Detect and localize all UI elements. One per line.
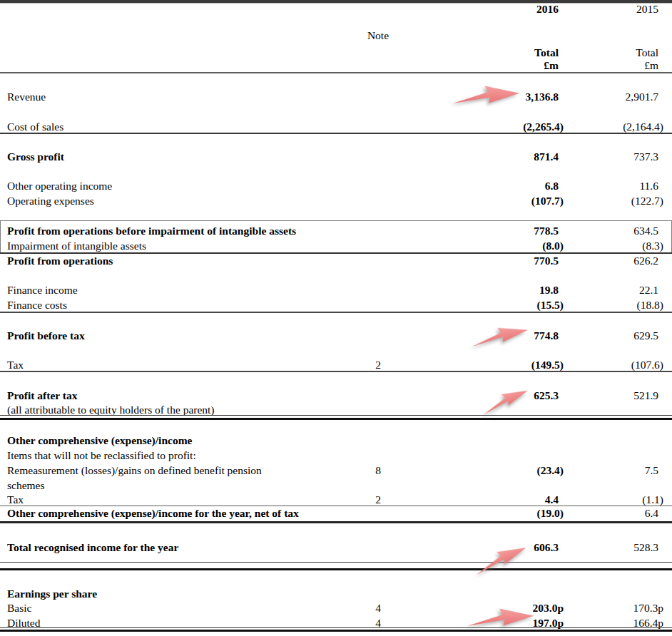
value-2016: 19.8: [428, 284, 564, 296]
row-label: Profit from operations before impairment…: [0, 225, 328, 237]
section-divider: [0, 133, 672, 134]
spacer-cell: [328, 59, 428, 71]
double-rule-thin: [0, 627, 672, 628]
value-2015: 2,901.7: [564, 91, 663, 103]
value-2016: (15.5): [428, 299, 564, 311]
value-2015: [564, 434, 663, 446]
value-2015: [564, 588, 663, 600]
row-label: Tax: [0, 359, 328, 371]
value-2016: 871.4: [428, 150, 564, 163]
value-2015: [564, 404, 663, 416]
column-header-2016: 2016: [428, 3, 564, 15]
row-profit-before-tax: Profit before tax 774.8 629.5: [0, 329, 672, 342]
highlight-arrow-icon: [476, 379, 534, 423]
value-2015: 528.3: [564, 541, 663, 553]
value-2016: 770.5: [428, 255, 564, 267]
value-2015: (122.7): [564, 195, 663, 207]
note-cell: [328, 404, 428, 416]
column-header-unit-2015: £m: [564, 59, 663, 71]
highlight-arrow-icon: [452, 83, 521, 108]
note-cell: [328, 434, 428, 446]
double-rule-thick: [0, 630, 672, 632]
row-remeasurement: Remeasurement (losses)/gains on defined …: [0, 464, 672, 476]
value-2016: 778.5: [428, 225, 564, 237]
value-2015: 521.9: [564, 389, 663, 401]
spacer-cell: [564, 29, 663, 41]
highlight-arrow-icon: [467, 606, 535, 630]
row-label: Basic: [0, 602, 328, 614]
double-rule-thick: [0, 568, 672, 570]
note-cell: [328, 329, 428, 342]
row-oci-heading: Other comprehensive (expense)/income: [0, 434, 672, 446]
row-cost-of-sales: Cost of sales (2,265.4) (2,164.4): [0, 120, 672, 133]
section-divider-heavy: [0, 521, 672, 523]
double-rule-thin: [0, 562, 672, 563]
row-profit-from-operations: Profit from operations 770.5 626.2: [0, 255, 672, 267]
value-2015: (8.3): [564, 240, 663, 252]
column-header-note: Note: [328, 29, 428, 41]
row-oci-items-note: Items that will not be reclassified to p…: [0, 449, 672, 461]
row-total-recognised-income: Total recognised income for the year 606…: [0, 541, 672, 553]
value-2016: (8.0): [428, 240, 564, 252]
header-years: 2016 2015: [0, 3, 672, 15]
column-header-unit-2016: £m: [428, 59, 564, 71]
value-2015: 634.5: [564, 225, 663, 237]
value-2016: (149.5): [428, 359, 564, 371]
row-label: schemes: [0, 479, 328, 491]
header-total: Total Total: [0, 46, 672, 58]
value-2015: 22.1: [564, 284, 663, 296]
value-2015: (18.8): [564, 299, 663, 311]
row-label: Operating expenses: [0, 195, 328, 207]
row-label: Tax: [0, 493, 328, 506]
row-finance-income: Finance income 19.8 22.1: [0, 284, 672, 296]
row-oci-tax: Tax 2 4.4 (1.1): [0, 493, 672, 506]
note-cell: 2: [328, 359, 428, 371]
column-header-total-2015: Total: [564, 46, 663, 58]
value-2016: 4.4: [428, 493, 564, 506]
section-divider: [0, 252, 672, 254]
spacer-cell: [328, 3, 428, 15]
header-unit: £m £m: [0, 59, 672, 71]
spacer-cell: [0, 3, 328, 15]
value-2015: 737.3: [564, 150, 663, 163]
row-label: Profit from operations: [0, 255, 328, 267]
section-divider: [0, 312, 672, 313]
header-divider: [0, 72, 672, 73]
value-2016: [428, 434, 564, 446]
note-cell: [328, 240, 428, 252]
row-label: Total recognised income for the year: [0, 541, 328, 553]
note-cell: [328, 150, 428, 163]
column-header-2015: 2015: [564, 3, 663, 15]
value-2015: [564, 449, 663, 461]
row-label: Revenue: [0, 91, 328, 103]
highlight-arrow-icon: [469, 318, 531, 353]
note-cell: [328, 389, 428, 401]
row-tax: Tax 2 (149.5) (107.6): [0, 359, 672, 371]
section-divider: [0, 371, 672, 372]
row-gross-profit: Gross profit 871.4 737.3: [0, 150, 672, 163]
value-2015: (1.1): [564, 493, 663, 506]
value-2015: 11.6: [564, 180, 663, 192]
value-2015: 170.3p: [564, 602, 663, 614]
row-label: Other comprehensive (expense)/income for…: [0, 507, 328, 519]
row-label: Earnings per share: [0, 588, 328, 600]
note-cell: [328, 588, 428, 600]
row-label: Finance costs: [0, 299, 328, 311]
spacer-cell: [328, 46, 428, 58]
row-remeasurement-cont: schemes: [0, 479, 672, 491]
row-oci-total: Other comprehensive (expense)/income for…: [0, 507, 672, 519]
value-2016: [428, 479, 564, 491]
value-2015: 626.2: [564, 255, 663, 267]
note-cell: [328, 255, 428, 267]
double-rule-thin: [0, 415, 672, 416]
note-cell: [328, 225, 428, 237]
note-cell: 2: [328, 493, 428, 506]
value-2015: (107.6): [564, 359, 663, 371]
value-2015: 7.5: [564, 464, 663, 476]
row-other-operating-income: Other operating income 6.8 11.6: [0, 180, 672, 192]
row-label: (all attributable to equity holders of t…: [0, 404, 328, 416]
row-label: Items that will not be reclassified to p…: [0, 449, 328, 461]
note-cell: [328, 180, 428, 192]
note-cell: 4: [328, 602, 428, 614]
column-header-total-2016: Total: [428, 46, 564, 58]
